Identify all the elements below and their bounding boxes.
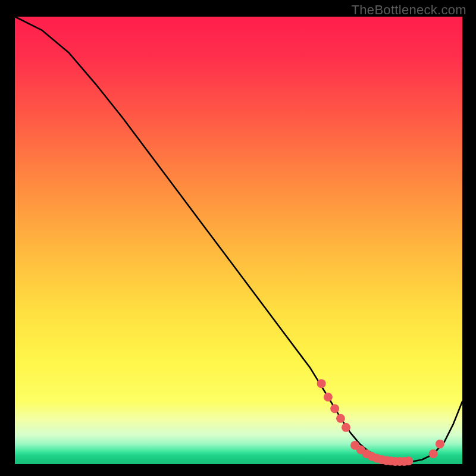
plot-area	[15, 17, 462, 464]
chart-stage: TheBottleneck.com	[0, 0, 476, 476]
data-dot	[404, 456, 413, 465]
data-dot	[429, 449, 438, 458]
data-dot	[436, 440, 444, 449]
data-dot	[330, 404, 339, 413]
data-dot	[317, 379, 326, 388]
data-dot	[342, 423, 350, 432]
watermark-text: TheBottleneck.com	[352, 2, 466, 18]
chart-svg	[15, 17, 462, 464]
curve-path	[15, 17, 462, 462]
data-dot	[336, 414, 345, 423]
dot-series	[317, 379, 444, 466]
line-series	[15, 17, 462, 462]
plot-frame	[15, 17, 462, 464]
data-dot	[324, 393, 333, 402]
